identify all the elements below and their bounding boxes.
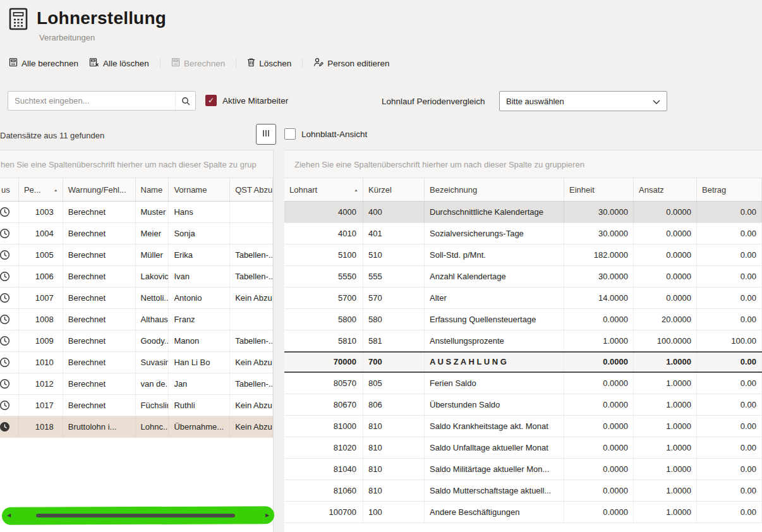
employee-row[interactable]: 1017BerechnetFüchslinRuthliKein Abzu... xyxy=(0,395,273,416)
edit-person-button[interactable]: Person editieren xyxy=(313,57,389,69)
search-icon[interactable] xyxy=(175,92,195,110)
active-employees-filter[interactable]: ✓ Aktive Mitarbeiter xyxy=(205,95,288,106)
column-label: Vorname xyxy=(174,185,207,195)
wage-type-row[interactable]: 5810581Anstellungsprozente1.0000100.0000… xyxy=(284,330,762,352)
amount-cell: 0.00 xyxy=(697,353,762,372)
amount-cell: 100.00 xyxy=(697,330,762,351)
wage-type-row[interactable]: 4000400Durchschnittliche Kalendertage30.… xyxy=(284,202,762,223)
status-cell xyxy=(0,287,19,308)
active-employees-checkbox[interactable]: ✓ xyxy=(205,95,217,106)
delete-all-button[interactable]: Alle löschen xyxy=(89,57,149,69)
rate-cell: 0.0000 xyxy=(634,245,697,265)
description-cell: Saldo Krankheitstage akt. Monat xyxy=(425,416,564,437)
wage-type-row[interactable]: 4010401Sozialversicherungs-Tage30.00000.… xyxy=(284,223,762,245)
column-header-qst[interactable]: QST Abzug... xyxy=(230,178,273,201)
scroll-left-arrow[interactable]: ◀ xyxy=(2,507,16,524)
calculate-button[interactable]: Berechnen xyxy=(171,57,225,69)
wage-type-row[interactable]: 5700570Alter14.00000.00000.00 xyxy=(284,287,762,309)
employee-row[interactable]: 1008BerechnetAlthausFranz xyxy=(0,309,273,330)
qst-deduction-cell: Kein Abzu... xyxy=(230,352,273,373)
search-input[interactable] xyxy=(8,92,175,110)
wage-type-grid-header: Lohnart ▲ Kürzel Bezeichnung Einheit Ans… xyxy=(284,178,762,202)
payslip-view-checkbox[interactable] xyxy=(284,128,296,140)
wage-type-row[interactable]: 81000810Saldo Krankheitstage akt. Monat0… xyxy=(284,416,762,437)
wage-type-row[interactable]: 100700100Andere Beschäftigungen0.00001.0… xyxy=(284,502,762,523)
scroll-right-arrow[interactable]: ▶ xyxy=(260,507,274,524)
employee-row[interactable]: 1003BerechnetMusterHans xyxy=(0,202,273,223)
rate-cell: 1.0000 xyxy=(634,394,697,415)
calculation-status-icon xyxy=(0,357,10,368)
employee-row[interactable]: 1010BerechnetSuvasiniHan Li BoKein Abzu.… xyxy=(0,352,273,373)
firstname-cell: Ivan xyxy=(169,266,230,287)
status-cell xyxy=(0,266,19,287)
status-cell xyxy=(0,309,19,330)
check-icon: ✓ xyxy=(208,96,214,105)
wage-type-row[interactable]: 81020810Saldo Unfalltage aktueller Monat… xyxy=(284,437,762,459)
horizontal-scrollbar[interactable]: ◀ ▶ xyxy=(2,507,274,524)
employee-row[interactable]: 1018Bruttolohn i...Lohnc...Übernahme...K… xyxy=(0,416,273,438)
firstname-cell: Jan xyxy=(169,373,230,394)
employee-row[interactable]: 1005BerechnetMüllerErikaTabellen-... xyxy=(0,245,273,266)
wage-type-row[interactable]: 80570805Ferien Saldo0.00001.00000.00 xyxy=(284,373,762,394)
selected-value: Bitte auswählen xyxy=(506,97,653,106)
period-compare-label: Lohnlauf Periodenvergleich xyxy=(382,97,485,106)
employee-row[interactable]: 1004BerechnetMeierSonja xyxy=(0,223,273,245)
payslip-view-filter[interactable]: Lohnblatt-Ansicht xyxy=(284,128,367,140)
wage-type-row[interactable]: 5550555Anzahl Kalendertage30.00000.00000… xyxy=(284,266,762,287)
employee-row[interactable]: 1012Berechnetvan de...JanTabellen-... xyxy=(0,373,273,395)
period-compare-select[interactable]: Bitte auswählen xyxy=(499,91,667,111)
short-code-cell: 700 xyxy=(363,353,425,372)
amount-cell: 0.00 xyxy=(697,266,762,287)
wage-type-row[interactable]: 81060810Saldo Mutterschaftstage aktuell.… xyxy=(284,480,762,502)
wage-type-code-cell: 5550 xyxy=(284,266,363,287)
short-code-cell: 810 xyxy=(363,480,425,501)
calculate-all-button[interactable]: Alle berechnen xyxy=(9,57,78,69)
status-cell xyxy=(0,330,19,351)
column-header-amount[interactable]: Betrag xyxy=(697,178,762,201)
column-header-unit[interactable]: Einheit xyxy=(564,178,634,201)
wage-type-row[interactable]: 81040810Saldo Militärtage aktueller Mon.… xyxy=(284,459,762,480)
column-header-wage-type[interactable]: Lohnart ▲ xyxy=(284,178,363,201)
calculator-icon xyxy=(171,57,180,69)
scrollbar-track[interactable] xyxy=(16,514,260,517)
checkbox-label: Lohnblatt-Ansicht xyxy=(301,130,367,139)
warning-cell: Berechnet xyxy=(63,245,136,265)
amount-cell: 0.00 xyxy=(697,309,762,330)
status-cell xyxy=(0,202,19,222)
lastname-cell: van de... xyxy=(136,373,169,394)
personnel-number-cell: 1007 xyxy=(19,287,63,308)
column-header-rate[interactable]: Ansatz xyxy=(634,178,697,201)
employee-row[interactable]: 1007BerechnetNettoli...AntonioKein Abzu.… xyxy=(0,287,273,309)
short-code-cell: 555 xyxy=(363,266,425,287)
calculation-status-icon xyxy=(0,250,10,260)
scrollbar-thumb[interactable] xyxy=(36,514,235,517)
wage-type-code-cell: 100700 xyxy=(284,502,363,523)
wage-type-row[interactable]: 5100510Soll-Std. p/Mnt.182.00000.00000.0… xyxy=(284,245,762,266)
wage-type-row[interactable]: 70000700A U S Z A H L U N G0.00001.00000… xyxy=(284,351,762,373)
column-header-description[interactable]: Bezeichnung xyxy=(425,178,564,201)
personnel-number-cell: 1005 xyxy=(19,245,63,265)
column-header-short-code[interactable]: Kürzel xyxy=(363,178,425,201)
wage-type-row[interactable]: 80670806Überstunden Saldo0.00001.00000.0… xyxy=(284,394,762,416)
rate-cell: 20.0000 xyxy=(634,309,697,330)
group-by-hint: hen Sie eine Spaltenüberschrift hierher … xyxy=(1,160,257,169)
calculation-status-icon xyxy=(0,314,10,325)
lastname-cell: Füchslin xyxy=(136,395,169,416)
qst-deduction-cell: Kein Abzu... xyxy=(230,416,273,437)
column-header-name[interactable]: Name xyxy=(136,178,169,201)
wage-type-code-cell: 5800 xyxy=(284,309,363,330)
personnel-number-cell: 1012 xyxy=(19,373,63,394)
amount-cell: 0.00 xyxy=(697,437,762,458)
wage-type-row[interactable]: 5800580Erfassung Quellensteuertage0.0000… xyxy=(284,309,762,330)
employee-row[interactable]: 1009BerechnetGoody...ManonTabellen-... xyxy=(0,330,273,352)
column-header-warning[interactable]: Warnung/Fehl... xyxy=(63,178,136,201)
delete-button[interactable]: Löschen xyxy=(247,57,291,69)
view-toggle-button[interactable] xyxy=(256,124,276,145)
column-header-firstname[interactable]: Vorname xyxy=(169,178,230,201)
employee-row[interactable]: 1006BerechnetLakovicIvanTabellen-... xyxy=(0,266,273,287)
column-header-personnel-number[interactable]: Pe... ▲ xyxy=(19,178,63,201)
column-header-status[interactable]: us xyxy=(0,178,19,201)
unit-cell: 0.0000 xyxy=(564,480,634,501)
columns-view-icon xyxy=(262,129,270,140)
rate-cell: 0.0000 xyxy=(634,223,697,244)
